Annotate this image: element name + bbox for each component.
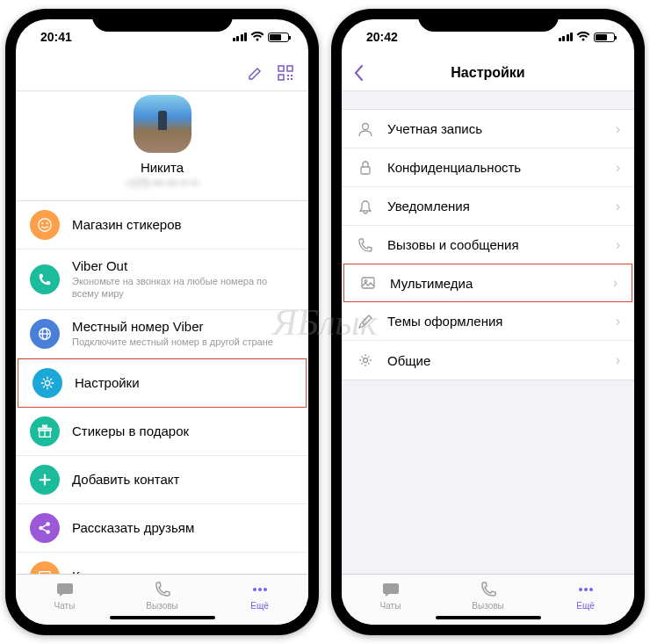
menu-item-plus[interactable]: Добавить контакт: [16, 456, 308, 504]
tab-more[interactable]: Ещё: [229, 580, 291, 611]
chat-icon: [55, 580, 75, 599]
tab-phone[interactable]: Вызовы: [132, 580, 193, 611]
settings-item-label: Вызовы и сообщения: [387, 237, 616, 252]
menu-item-share[interactable]: Рассказать друзьям: [16, 504, 308, 553]
profile-phone: +375 ••• ••• •• ••: [126, 177, 198, 190]
svg-point-8: [41, 222, 43, 224]
svg-point-20: [46, 522, 50, 526]
plus-icon: [30, 465, 60, 495]
menu-item-subtitle: Подключите местный номер в другой стране: [72, 336, 294, 348]
svg-line-22: [42, 525, 47, 527]
svg-rect-4: [291, 75, 292, 76]
svg-point-9: [47, 222, 48, 224]
settings-item-phone[interactable]: Вызовы и сообщения ›: [342, 226, 634, 264]
svg-point-33: [365, 280, 367, 283]
avatar[interactable]: [134, 95, 191, 153]
menu-item-desktop[interactable]: Компьютеры и планшеты: [16, 553, 308, 574]
tab-more[interactable]: Ещё: [555, 580, 617, 611]
tab-label: Чаты: [54, 601, 76, 611]
qr-icon[interactable]: [277, 64, 294, 82]
menu-item-title: Местный номер Viber: [72, 319, 294, 335]
more-icon: [576, 580, 596, 599]
svg-rect-6: [291, 78, 292, 80]
svg-rect-31: [361, 167, 370, 174]
brush-icon: [356, 312, 375, 331]
globe-icon: [30, 319, 60, 349]
phone-left: 20:41 Никита +375 ••• ••• •• •• Магазин …: [5, 9, 319, 635]
chevron-right-icon: ›: [616, 352, 620, 368]
bell-icon: [356, 197, 375, 216]
status-indicators: [233, 32, 290, 42]
menu-list: Магазин стикеров Viber OutЭкономьте на з…: [16, 201, 308, 574]
profile-section[interactable]: Никита +375 ••• ••• •• ••: [16, 91, 308, 201]
svg-point-27: [253, 588, 256, 591]
tab-phone[interactable]: Вызовы: [458, 580, 519, 611]
edit-icon[interactable]: [247, 64, 264, 82]
settings-item-label: Учетная запись: [387, 121, 616, 136]
page-title: Настройки: [451, 65, 524, 81]
gift-icon: [30, 416, 60, 446]
back-button[interactable]: [352, 64, 365, 82]
chevron-right-icon: ›: [616, 314, 620, 329]
chevron-right-icon: ›: [616, 199, 620, 214]
menu-item-title: Рассказать друзьям: [72, 520, 294, 536]
menu-item-title: Компьютеры и планшеты: [72, 568, 294, 574]
person-icon: [356, 119, 375, 139]
tab-chat[interactable]: Чаты: [34, 580, 96, 611]
svg-point-13: [45, 380, 49, 385]
header: [16, 54, 308, 91]
svg-rect-0: [278, 66, 284, 71]
svg-rect-3: [287, 75, 289, 76]
tab-label: Вызовы: [472, 601, 503, 611]
settings-item-label: Общие: [387, 353, 616, 368]
svg-point-35: [579, 588, 582, 591]
menu-item-globe[interactable]: Местный номер ViberПодключите местный но…: [16, 310, 308, 358]
notch: [92, 9, 233, 32]
settings-item-lock[interactable]: Конфиденциальность ›: [342, 148, 634, 187]
phone-icon: [356, 235, 375, 255]
svg-rect-32: [362, 278, 374, 288]
chevron-right-icon: ›: [616, 121, 620, 137]
settings-item-bell[interactable]: Уведомления ›: [342, 187, 634, 226]
menu-item-title: Настройки: [75, 375, 292, 391]
menu-item-gear[interactable]: Настройки: [18, 358, 307, 408]
home-indicator: [436, 616, 541, 619]
settings-item-image[interactable]: Мультимедиа ›: [343, 264, 632, 302]
tab-label: Ещё: [576, 601, 594, 611]
menu-item-title: Магазин стикеров: [72, 217, 294, 233]
home-indicator: [110, 616, 215, 619]
svg-line-23: [42, 528, 47, 531]
settings-item-label: Темы оформления: [387, 314, 616, 329]
battery-icon: [594, 33, 615, 42]
settings-item-gear[interactable]: Общие ›: [342, 341, 634, 380]
notch: [418, 9, 559, 32]
menu-item-gift[interactable]: Стикеры в подарок: [16, 408, 308, 456]
menu-item-title: Добавить контакт: [72, 472, 294, 488]
menu-item-title: Стикеры в подарок: [72, 423, 294, 439]
menu-item-sticker[interactable]: Магазин стикеров: [16, 201, 308, 250]
chevron-right-icon: ›: [613, 275, 618, 291]
signal-icon: [559, 33, 574, 41]
desktop-icon: [30, 561, 60, 574]
settings-item-label: Конфиденциальность: [387, 160, 616, 175]
settings-item-label: Уведомления: [387, 199, 616, 213]
phone-icon: [30, 264, 60, 294]
wifi-icon: [576, 32, 590, 42]
svg-point-29: [264, 588, 267, 591]
chevron-right-icon: ›: [616, 160, 620, 176]
menu-item-phone[interactable]: Viber OutЭкономьте на звонках на любые н…: [16, 250, 308, 310]
settings-item-label: Мультимедиа: [390, 276, 613, 291]
svg-point-21: [46, 530, 50, 534]
tab-label: Вызовы: [146, 601, 177, 611]
settings-list: Учетная запись › Конфиденциальность › Ув…: [342, 109, 634, 380]
header: Настройки: [342, 54, 634, 91]
battery-icon: [268, 33, 289, 42]
profile-name: Никита: [141, 160, 184, 175]
chat-icon: [381, 580, 401, 599]
share-icon: [30, 513, 60, 543]
chevron-right-icon: ›: [616, 237, 620, 253]
svg-point-30: [363, 123, 369, 129]
tab-chat[interactable]: Чаты: [360, 580, 422, 611]
settings-item-person[interactable]: Учетная запись ›: [342, 110, 634, 148]
settings-item-brush[interactable]: Темы оформления ›: [342, 302, 634, 341]
